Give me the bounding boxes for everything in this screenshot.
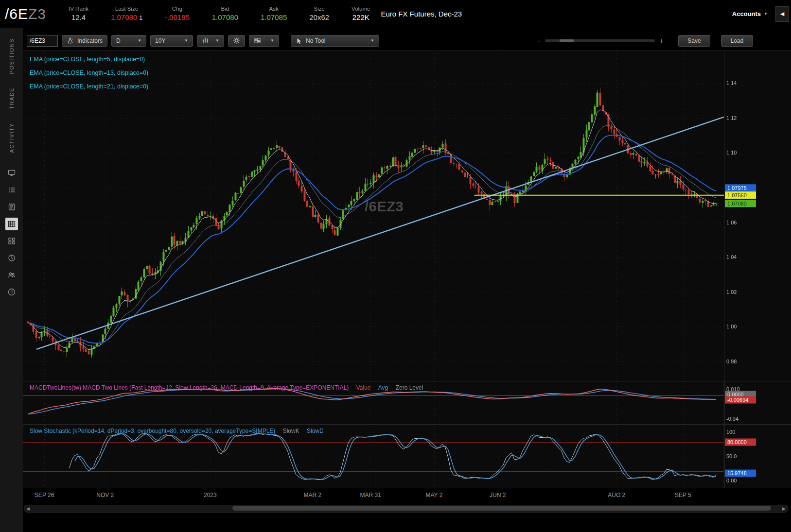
macd-avg-token: Avg (378, 384, 388, 391)
stat-value: 20x62 (309, 14, 329, 22)
time-axis-label: NOV 2 (96, 492, 114, 498)
zoom-out-label[interactable]: - (538, 37, 540, 45)
zoom-slider[interactable] (545, 39, 655, 42)
time-axis-label: MAR 2 (303, 492, 321, 498)
time-axis-label: MAY 2 (425, 492, 442, 498)
apps-icon[interactable] (5, 235, 18, 247)
stat-value: 1.070801 (111, 14, 142, 22)
stat-size: Size 20x62 (309, 6, 329, 21)
time-axis-label: JUN 2 (490, 492, 506, 498)
flask-icon (67, 37, 74, 44)
symbol-expiry: Z3 (28, 6, 46, 22)
accounts-menu[interactable]: Accounts ▼ (732, 10, 768, 17)
top-header: /6EZ3 IV Rank 12.4 Last Size 1.070801 Ch… (0, 0, 791, 28)
chart-toolbar: Indicators D ▼ 10Y ▼ ▼ ▼ (23, 28, 791, 51)
ema-21-label[interactable]: EMA (price=CLOSE, length=21, displace=0) (30, 83, 148, 90)
stat-label: Size (309, 6, 329, 12)
save-button[interactable]: Save (678, 35, 710, 47)
accounts-label: Accounts (732, 10, 761, 17)
cursor-icon (296, 37, 302, 44)
range-dropdown[interactable]: 10Y ▼ (150, 35, 193, 47)
chevron-down-icon: ▼ (215, 38, 219, 43)
price-chart-canvas[interactable] (23, 51, 791, 381)
price-panel: EMA (price=CLOSE, length=5, displace=0) … (23, 51, 791, 381)
macd-study-label: MACDTwoLines(tw) MACD Two Lines (Fast Le… (30, 384, 423, 391)
clipboard-icon[interactable] (5, 201, 18, 213)
stat-ask: Ask 1.07085 (261, 6, 287, 21)
time-axis: SEP 26NOV 22023MAR 2MAR 31MAY 2JUN 2AUG … (23, 488, 791, 502)
drawing-tool-dropdown[interactable]: No Tool ▼ (291, 35, 379, 47)
stochastic-study-label: Slow Stochastic (kPeriod=14, dPeriod=3, … (30, 428, 324, 434)
zoom-slider-thumb[interactable] (560, 39, 574, 42)
sidebar-tab-trade[interactable]: TRADE (9, 81, 15, 116)
load-button[interactable]: Load (721, 35, 753, 47)
symbol-input[interactable] (27, 35, 58, 47)
monitor-icon[interactable] (5, 167, 18, 179)
time-axis-label: MAR 31 (360, 492, 381, 498)
stat-label: IV Rank (69, 6, 88, 12)
help-icon[interactable]: ? (5, 286, 18, 298)
chevron-down-icon: ▼ (184, 38, 188, 43)
macd-panel: MACDTwoLines(tw) MACD Two Lines (Fast Le… (23, 381, 791, 424)
range-value: 10Y (155, 37, 165, 44)
chevron-down-icon: ▼ (138, 38, 141, 43)
stat-label: Ask (261, 6, 287, 12)
clock-icon[interactable] (5, 252, 18, 264)
macd-zero-token: Zero Level (396, 384, 423, 391)
ema-study-labels: EMA (price=CLOSE, length=5, displace=0) … (30, 56, 148, 97)
time-axis-label: SEP 5 (675, 492, 691, 498)
slowd-token: SlowD (307, 428, 324, 434)
grid-layout-dropdown[interactable]: ▼ (249, 35, 279, 47)
stochastic-panel: Slow Stochastic (kPeriod=14, dPeriod=3, … (23, 424, 791, 488)
stat-value: -.00185 (165, 14, 190, 22)
chart-type-dropdown[interactable]: ▼ (197, 35, 224, 47)
scrollbar-thumb[interactable] (232, 506, 771, 511)
people-icon[interactable] (5, 269, 18, 281)
tool-label: No Tool (306, 37, 325, 44)
horizontal-scrollbar[interactable]: ◀ ▶ (24, 505, 788, 513)
stat-last-size: Last Size 1.070801 (111, 6, 142, 21)
chevron-down-icon: ▼ (270, 38, 274, 43)
scroll-left-icon[interactable]: ◀ (26, 506, 30, 512)
sidebar-tab-activity[interactable]: ACTIVITY (9, 116, 15, 160)
stat-iv-rank: IV Rank 12.4 (69, 6, 88, 21)
indicators-label: Indicators (77, 37, 103, 44)
stat-value: 1.07085 (261, 14, 287, 22)
chart-settings-button[interactable] (228, 35, 245, 47)
svg-text:?: ? (10, 290, 13, 294)
stat-value: 222K (352, 14, 370, 22)
time-axis-label: AUG 2 (608, 492, 625, 498)
contract-description: Euro FX Futures, Dec-23 (381, 10, 462, 18)
collapse-panel-button[interactable]: ◀ (775, 6, 789, 22)
indicators-button[interactable]: Indicators (62, 35, 107, 47)
watchlist-icon[interactable] (5, 184, 18, 196)
gear-icon (233, 37, 240, 44)
stat-value: 12.4 (69, 14, 88, 22)
zoom-control: - + (538, 37, 664, 45)
chevron-down-icon: ▼ (370, 38, 374, 43)
sidebar-tab-positions[interactable]: POSITIONS (9, 32, 15, 81)
ema-13-label[interactable]: EMA (price=CLOSE, length=13, displace=0) (30, 69, 148, 76)
ema-5-label[interactable]: EMA (price=CLOSE, length=5, displace=0) (30, 56, 148, 63)
symbol-root: /6E (5, 6, 28, 22)
grid-style-icon (254, 37, 261, 44)
macd-title[interactable]: MACDTwoLines(tw) MACD Two Lines (Fast Le… (30, 384, 349, 391)
stat-label: Chg (165, 6, 190, 12)
macd-value-token: Value (356, 384, 371, 391)
stat-bid: Bid 1.07080 (212, 6, 238, 21)
chart-content: Indicators D ▼ 10Y ▼ ▼ ▼ (23, 28, 791, 532)
stat-value: 1.07080 (212, 14, 238, 22)
stat-label: Volume (352, 6, 370, 12)
stochastic-title[interactable]: Slow Stochastic (kPeriod=14, dPeriod=3, … (30, 428, 275, 434)
chart-icon[interactable] (5, 218, 18, 230)
stat-chg: Chg -.00185 (165, 6, 190, 21)
slowk-token: SlowK (283, 428, 299, 434)
zoom-in-label[interactable]: + (660, 37, 664, 45)
aggregation-dropdown[interactable]: D ▼ (111, 35, 146, 47)
header-symbol: /6EZ3 (5, 6, 46, 22)
left-sidebar: POSITIONS TRADE ACTIVITY (0, 28, 23, 532)
stat-label: Bid (212, 6, 238, 12)
candlestick-chart-icon (202, 37, 209, 44)
scroll-right-icon[interactable]: ▶ (782, 506, 786, 512)
aggregation-value: D (116, 37, 121, 44)
